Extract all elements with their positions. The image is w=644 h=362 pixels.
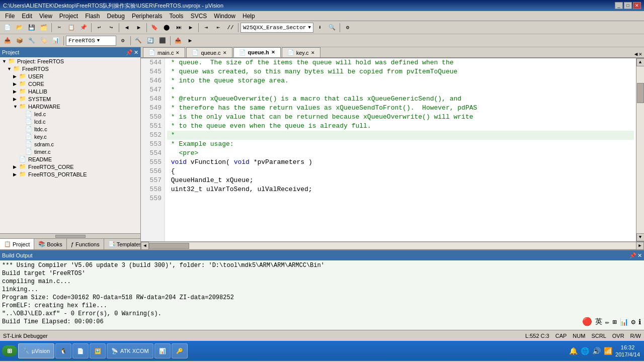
proj-tab-templates[interactable]: 📑 Templates [104, 239, 141, 249]
save-button[interactable]: 💾 [26, 22, 37, 33]
menu-view[interactable]: View [36, 12, 55, 21]
step-button[interactable]: ⏭ [173, 22, 184, 33]
breakpoint-button[interactable]: ⬤ [161, 22, 172, 33]
scroll-up-button[interactable]: ▲ [636, 58, 645, 66]
icon-info-button[interactable]: ℹ [638, 318, 641, 326]
proj-tab-functions[interactable]: ƒ Functions [67, 239, 104, 249]
taskbar-app-2[interactable]: 🐧 [55, 343, 71, 358]
scroll-down-button[interactable]: ▼ [636, 233, 645, 241]
indent-button[interactable]: ⇥ [201, 22, 212, 33]
cut-button[interactable]: ✂ [54, 22, 65, 33]
taskbar-wifi-icon[interactable]: 📶 [604, 347, 612, 355]
comment-button[interactable]: // [225, 22, 236, 33]
tree-item-core[interactable]: ▶ 📁 CORE [0, 80, 140, 87]
taskbar-app-3[interactable]: 📄 [72, 343, 89, 358]
tree-item-freertos-portable[interactable]: ▶ 📁 FreeRTOS_PORTABLE [0, 170, 140, 178]
minimize-button[interactable]: _ [615, 2, 623, 9]
debug-start-button[interactable]: 🔍 [327, 22, 338, 33]
run-button[interactable]: ▶ [185, 22, 196, 33]
nav-forward-button[interactable]: ▶ [133, 22, 144, 33]
taskbar-sys-icon-1[interactable]: 🔔 [569, 347, 578, 355]
horizontal-scroll-thumb[interactable] [149, 243, 189, 249]
tab-keyc[interactable]: 📄 key.c ✕ [282, 47, 320, 57]
tree-item-keyc[interactable]: 📄 key.c [0, 133, 140, 140]
build-output-close-icon[interactable]: ✕ [637, 252, 642, 259]
menu-file[interactable]: File [2, 12, 18, 21]
tree-item-lcdc[interactable]: 📄 lcd.c [0, 118, 140, 125]
tree-item-ledc[interactable]: 📄 led.c [0, 110, 140, 118]
tab-keyc-close-icon[interactable]: ✕ [311, 50, 315, 55]
icon-chart-button[interactable]: 📊 [620, 318, 628, 326]
flash-target-dropdown[interactable]: W25QXX_Erase_Sector ▼ [240, 23, 313, 33]
vertical-scrollbar[interactable]: ▲ ▼ [636, 58, 644, 241]
tree-item-freertos[interactable]: ▼ 📁 FreeRTOS [0, 65, 140, 72]
tree-item-freertos-core[interactable]: ▶ 📁 FreeRTOS_CORE [0, 163, 140, 170]
menu-edit[interactable]: Edit [19, 12, 35, 21]
tree-item-timerc[interactable]: 📄 timer.c [0, 148, 140, 155]
tree-item-system[interactable]: ▶ 📁 SYSTEM [0, 95, 140, 103]
menu-window[interactable]: Window [211, 12, 238, 21]
copy-button[interactable]: 📋 [66, 22, 77, 33]
taskbar-app-6[interactable]: 📊 [154, 343, 171, 358]
tb2-btn1[interactable]: 📥 [2, 35, 13, 46]
close-button[interactable]: ✕ [633, 2, 641, 9]
menu-svcs[interactable]: SVCS [188, 12, 210, 21]
menu-peripherals[interactable]: Peripherals [129, 12, 166, 21]
build-output-pin-icon[interactable]: 📌 [629, 252, 636, 259]
icon-red-button[interactable]: 🔴 [582, 317, 592, 327]
tab-mainc[interactable]: 📄 main.c ✕ [143, 47, 185, 57]
new-file-button[interactable]: 📄 [2, 22, 13, 33]
tab-queuec-close-icon[interactable]: ✕ [223, 50, 227, 55]
icon-settings-button[interactable]: ⚙ [631, 318, 635, 326]
proj-tab-project[interactable]: 📋 Project [0, 239, 34, 249]
scroll-right-button[interactable]: ▶ [636, 242, 644, 250]
tab-scroll-left-icon[interactable]: ◀ [634, 51, 638, 57]
tb2-btn4[interactable]: 🏷️ [38, 35, 49, 46]
taskbar-app-7[interactable]: 🔑 [172, 343, 188, 358]
redo-button[interactable]: ↪ [106, 22, 117, 33]
nav-back-button[interactable]: ◀ [121, 22, 132, 33]
undo-button[interactable]: ↩ [94, 22, 105, 33]
tree-item-sdramc[interactable]: 📄 sdram.c [0, 140, 140, 148]
tab-queueh[interactable]: 📄 queue.h ✕ [233, 47, 281, 57]
menu-help[interactable]: Help [239, 12, 258, 21]
tb2-rebuild-btn[interactable]: 🔄 [145, 35, 156, 46]
project-scroll-thumb[interactable] [55, 235, 86, 238]
menu-tools[interactable]: Tools [167, 12, 187, 21]
maximize-button[interactable]: □ [624, 2, 632, 9]
tree-item-ltdcc[interactable]: 📄 ltdc.c [0, 125, 140, 133]
taskbar-app-uvision[interactable]: 🔧 µVision [18, 343, 54, 358]
taskbar-sys-icon-2[interactable]: 🌐 [581, 347, 589, 355]
icon-table-button[interactable]: ⊞ [612, 318, 616, 326]
horizontal-scroll-track[interactable] [149, 243, 636, 249]
open-button[interactable]: 📂 [14, 22, 25, 33]
panel-pin-icon[interactable]: 📌 [126, 49, 133, 56]
bookmark-button[interactable]: 🔖 [149, 22, 160, 33]
start-button[interactable]: ⊞ [2, 345, 17, 356]
window-controls[interactable]: _ □ ✕ [615, 2, 641, 9]
tab-queuec[interactable]: 📄 queue.c ✕ [186, 47, 232, 57]
tb2-stop-btn[interactable]: ⬛ [157, 35, 168, 46]
tab-scroll-right-icon[interactable]: ✕ [638, 51, 642, 57]
menu-debug[interactable]: Debug [104, 12, 128, 21]
tab-queueh-close-icon[interactable]: ✕ [271, 50, 275, 55]
icon-pencil-button[interactable]: ✏ [605, 318, 609, 326]
tab-mainc-close-icon[interactable]: ✕ [176, 50, 180, 55]
icon-zh-button[interactable]: 英 [595, 317, 602, 326]
tb2-config-btn[interactable]: ⚙ [117, 35, 128, 46]
settings-button[interactable]: ⚙ [342, 22, 353, 33]
tree-root[interactable]: ▼ 📁 Project: FreeRTOS [0, 57, 140, 65]
editor-area[interactable]: 544 545 546 547 548 549 550 551 552 553 … [141, 58, 636, 241]
save-all-button[interactable]: 🗂️ [38, 22, 49, 33]
code-content[interactable]: * queue. The size of the items the queue… [165, 58, 636, 241]
tb2-btn3[interactable]: 🔧 [26, 35, 37, 46]
tb2-btn5[interactable]: 📊 [50, 35, 61, 46]
download-button[interactable]: ⬇ [314, 22, 326, 33]
tb2-run-btn[interactable]: ▶ [185, 35, 196, 46]
tree-item-readme[interactable]: 📄 README [0, 155, 140, 163]
tree-item-user[interactable]: ▶ 📁 USER [0, 72, 140, 80]
scroll-track[interactable] [636, 66, 645, 233]
tb2-download-btn[interactable]: 📤 [173, 35, 184, 46]
outdent-button[interactable]: ⇤ [213, 22, 224, 33]
tb2-build-btn[interactable]: 🔨 [133, 35, 144, 46]
